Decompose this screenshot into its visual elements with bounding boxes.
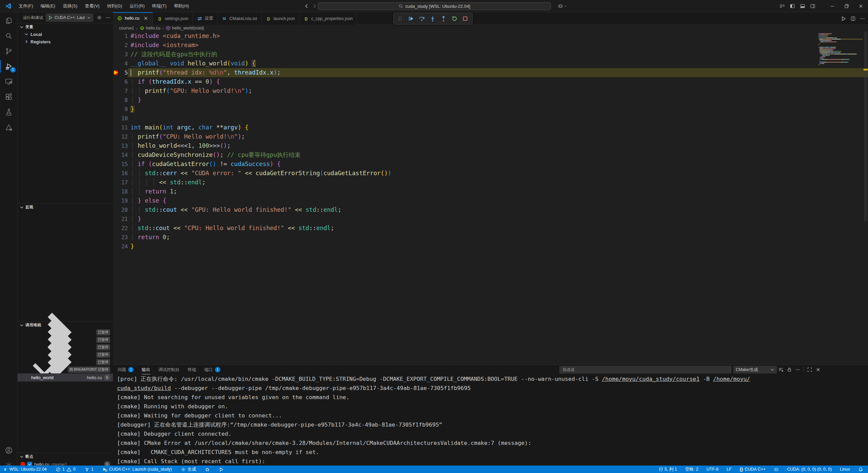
tab-c_cpp_properties.json[interactable]: {}c_cpp_properties.json	[299, 12, 357, 25]
step-into-icon[interactable]	[428, 14, 437, 23]
panel-tab-输出[interactable]: 输出	[142, 365, 150, 374]
clear-output-icon[interactable]	[778, 367, 784, 372]
copilot-menu[interactable]	[558, 3, 568, 9]
breakpoint-margin[interactable]	[113, 86, 119, 96]
status-eol[interactable]: LF	[727, 467, 732, 472]
code-editor[interactable]: 1#include <cuda_runtime.h>2#include <ios…	[113, 32, 868, 377]
close-panel-icon[interactable]	[815, 367, 821, 372]
breakpoint-margin[interactable]	[113, 187, 119, 196]
status-language-mode[interactable]: {}CUDA C++	[740, 467, 766, 472]
code-line-12[interactable]: 12│ printf("CPU: Hello world!\n");	[113, 132, 868, 141]
tab-hello.cu[interactable]: hello.cu	[113, 12, 153, 25]
minimap[interactable]	[818, 32, 863, 67]
code-line-11[interactable]: 11int main(int argc, char **argv) {	[113, 123, 868, 132]
status-cmake-run[interactable]	[219, 467, 224, 472]
stop-icon[interactable]	[461, 14, 470, 23]
close-tab-icon[interactable]	[143, 16, 149, 21]
code-line-5[interactable]: 5│ printf("thread idx: %d\n", threadIdx.…	[113, 68, 868, 77]
step-out-icon[interactable]	[439, 14, 448, 23]
menu-转到(G)[interactable]: 转到(G)	[103, 0, 126, 12]
menu-帮助(H)[interactable]: 帮助(H)	[170, 0, 193, 12]
code-line-17[interactable]: 17│ │ │ │ << std::endl;	[113, 178, 868, 187]
status-cursor-position[interactable]: 行 5, 列 1	[659, 467, 677, 472]
status-cuda-focus[interactable]: CUDA: (0, 0, 0) (0, 0, 0)	[787, 467, 832, 472]
breakpoint-margin[interactable]	[113, 32, 119, 41]
command-center-search[interactable]: cuda_study [WSL: Ubuntu-22.04]	[318, 2, 551, 10]
breakpoint-margin[interactable]	[113, 77, 119, 86]
code-line-6[interactable]: 6│ if (threadIdx.x == 0) {	[113, 77, 868, 86]
code-line-13[interactable]: 13│ hello_world<<<1, 100>>>();	[113, 141, 868, 150]
toggle-sidebar-icon[interactable]	[787, 0, 797, 12]
more-actions-icon[interactable]	[860, 16, 865, 21]
code-line-21[interactable]: 21│ }	[113, 214, 868, 224]
launch-config-select[interactable]: CUDA C++: Laur	[46, 14, 93, 22]
back-icon[interactable]	[304, 3, 309, 9]
toggle-panel-icon[interactable]	[797, 0, 808, 12]
variables-scope-Local[interactable]: Local	[18, 30, 113, 38]
output-filter-input[interactable]: 筛选器	[559, 366, 731, 373]
code-line-7[interactable]: 7│ │ printf("GPU: Hello world!\n");	[113, 86, 868, 96]
status-os[interactable]: Linux	[840, 467, 850, 472]
split-editor-icon[interactable]	[850, 16, 856, 21]
restart-icon[interactable]	[450, 14, 459, 23]
breakpoint-margin[interactable]	[113, 214, 119, 224]
code-line-24[interactable]: 24}	[113, 242, 868, 251]
breadcrumb-item-hello.cu[interactable]: hello.cu	[140, 26, 160, 30]
run-file-icon[interactable]	[841, 16, 846, 21]
activity-item-extensions-icon[interactable]	[0, 89, 18, 104]
status-cmake-build[interactable]: 生成	[181, 467, 196, 472]
code-line-3[interactable]: 3// 这段代码是在gpu当中执行的	[113, 50, 868, 59]
panel-tab-端口[interactable]: 端口1	[204, 365, 220, 374]
breakpoint-margin[interactable]	[113, 196, 119, 205]
panel-tab-终端[interactable]: 终端	[188, 365, 196, 374]
code-line-1[interactable]: 1#include <cuda_runtime.h>	[113, 32, 868, 41]
console-link[interactable]: /home/moyu/	[713, 376, 750, 382]
breakpoint-margin[interactable]	[113, 150, 119, 160]
breakpoint-margin[interactable]	[113, 114, 119, 123]
breakpoint-margin[interactable]	[113, 132, 119, 141]
activity-item-testing-icon[interactable]	[0, 104, 18, 120]
breakpoint-margin[interactable]	[113, 59, 119, 68]
breakpoint-margin[interactable]	[113, 169, 119, 178]
code-line-18[interactable]: 18│ │ return 1;	[113, 187, 868, 196]
status-remote-indicator[interactable]: WSL: Ubuntu-22.04	[3, 467, 47, 472]
code-line-14[interactable]: 14│ cudaDeviceSynchronize(); // cpu要等待gp…	[113, 150, 868, 160]
breakpoint-margin[interactable]	[113, 50, 119, 59]
forward-icon[interactable]	[312, 3, 317, 9]
lock-scroll-icon[interactable]	[787, 367, 792, 372]
status-ports[interactable]: 1	[84, 467, 94, 472]
breakpoints-section-header[interactable]: 断点	[18, 453, 113, 460]
breakpoint-margin[interactable]	[113, 141, 119, 150]
close-icon[interactable]	[854, 0, 868, 12]
breakpoint-margin[interactable]	[113, 105, 119, 114]
variables-section-header[interactable]: 变量	[18, 23, 113, 30]
activity-item-run-debug-icon[interactable]: 1	[0, 59, 18, 74]
code-line-20[interactable]: 20│ │ std::cout << "GPU: Hello world fin…	[113, 205, 868, 214]
status-indentation[interactable]: 空格: 2	[685, 467, 698, 472]
tab-launch.json[interactable]: {}launch.json	[262, 12, 299, 25]
console-link[interactable]: /home/moyu/cuda_study/course1	[602, 376, 699, 382]
code-line-10[interactable]: 10	[113, 114, 868, 123]
output-channel-select[interactable]: CMake/生成	[733, 366, 777, 373]
activity-item-explorer-icon[interactable]	[0, 13, 18, 28]
panel-tab-问题[interactable]: 问题1	[118, 365, 134, 374]
code-line-8[interactable]: 8│ }	[113, 96, 868, 105]
continue-icon[interactable]	[407, 14, 415, 23]
status-encoding[interactable]: UTF-8	[707, 467, 718, 472]
status-problems[interactable]: 10	[56, 467, 76, 472]
debug-settings-gear-icon[interactable]	[97, 15, 102, 20]
tab-settings.json[interactable]: {}settings.json	[153, 12, 193, 25]
menu-终端(T)[interactable]: 终端(T)	[148, 0, 170, 12]
breakpoint-margin[interactable]	[113, 96, 119, 105]
code-line-4[interactable]: 4__global__ void hello_world(void) {	[113, 59, 868, 68]
breakpoint-margin[interactable]	[113, 41, 119, 50]
breakpoint-margin[interactable]	[113, 160, 119, 169]
breakpoint-margin[interactable]	[113, 123, 119, 132]
activity-item-source-control-icon[interactable]	[0, 43, 18, 59]
code-line-2[interactable]: 2#include <iostream>	[113, 41, 868, 50]
code-line-9[interactable]: 9}	[113, 105, 868, 114]
breakpoint-margin[interactable]	[113, 224, 119, 233]
breadcrumb-item-course1[interactable]: course1	[119, 26, 134, 30]
panel-tab-调试控制台[interactable]: 调试控制台	[158, 365, 180, 374]
minimize-icon[interactable]	[825, 0, 840, 12]
